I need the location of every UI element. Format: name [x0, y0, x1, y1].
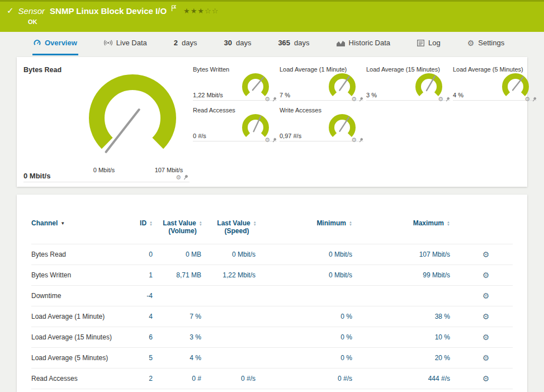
maximum-value: 10 %: [361, 327, 459, 348]
sort-icon: ▲▼: [349, 221, 352, 226]
pin-icon[interactable]: [532, 97, 537, 102]
gear-icon[interactable]: ⚙: [264, 137, 270, 143]
load-15min-gauge: [412, 70, 446, 98]
gauge-current-value: 0 Mbit/s: [23, 172, 50, 180]
col-header-maximum[interactable]: Maximum▲▼: [361, 214, 459, 244]
gauge-min-label: 0 Mbit/s: [86, 167, 122, 173]
last-value-volume: 58 #: [155, 389, 210, 392]
tab-label: Live Data: [116, 39, 147, 47]
last-value-speed: 0,97 #/s: [210, 389, 263, 392]
tab-number: 30: [224, 39, 231, 47]
tab-30-days[interactable]: 30 days: [223, 32, 252, 55]
channel-name: Downtime: [31, 286, 118, 306]
channel-id: 1: [118, 265, 155, 286]
table-row: Load Average (1 Minute) 4 7 % 0 % 38 % ⚙: [31, 306, 513, 327]
sort-icon: ▲▼: [149, 221, 153, 226]
channel-settings-icon[interactable]: ⚙: [482, 291, 490, 300]
channel-name: Write Accesses: [31, 389, 118, 392]
status-badge: OK: [28, 18, 37, 25]
tab-settings[interactable]: ⚙ Settings: [466, 32, 506, 55]
priority-stars[interactable]: ★★★☆☆: [183, 7, 219, 15]
channel-settings-icon[interactable]: ⚙: [482, 374, 490, 383]
pin-icon[interactable]: [272, 97, 277, 102]
live-data-icon: [104, 39, 112, 46]
pin-icon[interactable]: [359, 97, 363, 102]
load-1min-gauge: [325, 70, 359, 98]
sort-icon: ▲▼: [253, 221, 257, 226]
sensor-header: ✓ Sensor SNMP Linux Block Device I/O ★★★…: [0, 0, 544, 32]
col-header-channel[interactable]: Channel▼: [31, 214, 118, 244]
last-value-speed: 1,22 Mbit/s: [210, 265, 263, 286]
tab-number: 365: [278, 39, 290, 47]
tab-bar: Overview Live Data 2 days 30 days 365 da…: [0, 32, 544, 55]
channel-id: 5: [118, 348, 155, 369]
mini-gauge-write-accesses: Write Accesses 0,97 #/s ⚙: [280, 107, 363, 141]
channel-settings-icon[interactable]: ⚙: [482, 353, 490, 362]
channel-settings-icon[interactable]: ⚙: [482, 312, 490, 321]
last-value-speed: [210, 327, 263, 348]
minimum-value: 0 #/s: [263, 369, 361, 389]
col-header-minimum[interactable]: Minimum▲▼: [263, 214, 361, 244]
tab-label: Overview: [45, 39, 77, 47]
pin-icon[interactable]: [446, 97, 450, 102]
last-value-volume: 4 %: [155, 348, 210, 369]
gear-icon[interactable]: ⚙: [176, 174, 181, 181]
table-row: Downtime -4 ⚙: [31, 286, 513, 306]
mini-gauge-value: 3 %: [366, 92, 377, 98]
col-header-id[interactable]: ID▲▼: [118, 214, 155, 244]
tab-365-days[interactable]: 365 days: [277, 32, 310, 55]
channel-id: 6: [118, 327, 155, 348]
table-row: Write Accesses 3 58 # 0,97 #/s 0 #/s 285…: [31, 389, 513, 392]
tab-label: days: [294, 39, 309, 47]
gear-icon[interactable]: ⚙: [351, 137, 357, 143]
mini-gauge-value: 1,22 Mbit/s: [193, 92, 223, 98]
mini-gauge-load-5min: Load Average (5 Minutes) 4 % ⚙: [453, 66, 537, 101]
tab-number: 2: [174, 39, 178, 47]
stars-empty: ☆☆: [205, 7, 219, 15]
gear-icon[interactable]: ⚙: [438, 96, 443, 102]
status-check-icon: ✓: [7, 6, 14, 16]
channel-settings-icon[interactable]: ⚙: [482, 333, 490, 342]
mini-gauge-value: 0,97 #/s: [280, 133, 301, 139]
write-accesses-gauge: [325, 111, 359, 139]
minimum-value: 0 Mbit/s: [263, 244, 361, 265]
table-row: Bytes Written 1 8,71 MB 1,22 Mbit/s 0 Mb…: [31, 265, 513, 286]
channel-id: 3: [118, 389, 155, 392]
col-header-last-value-speed[interactable]: Last Value▲▼(Speed): [210, 214, 263, 244]
channel-name: Load Average (15 Minutes): [31, 327, 118, 348]
col-header-last-value-volume[interactable]: Last Value▲▼(Volume): [155, 214, 210, 244]
gear-icon[interactable]: ⚙: [524, 96, 530, 102]
tab-label: days: [236, 39, 251, 47]
bytes-read-gauge: [85, 70, 180, 160]
tab-log[interactable]: Log: [416, 32, 442, 55]
channel-settings-icon[interactable]: ⚙: [482, 271, 490, 280]
gear-icon[interactable]: ⚙: [264, 96, 270, 102]
settings-gear-icon: ⚙: [467, 39, 475, 48]
gauge-panel: Bytes Read 0 Mbit/s 107 Mbit/s 0 Mbit/s …: [17, 57, 527, 187]
priority-flag-icon[interactable]: [171, 4, 177, 14]
sort-direction-icon: ▼: [60, 221, 65, 226]
table-row: Load Average (5 Minutes) 5 4 % 0 % 20 % …: [31, 348, 513, 369]
gear-icon[interactable]: ⚙: [351, 96, 357, 102]
tab-label: Log: [428, 39, 441, 47]
tab-historic-data[interactable]: Historic Data: [335, 32, 391, 55]
tab-live-data[interactable]: Live Data: [103, 32, 148, 55]
channel-id: 0: [118, 244, 155, 265]
last-value-speed: 0 Mbit/s: [210, 244, 263, 265]
sort-icon: ▲▼: [199, 221, 202, 226]
maximum-value: 107 Mbit/s: [361, 244, 459, 265]
maximum-value: 20 %: [361, 348, 459, 369]
tab-overview[interactable]: Overview: [32, 32, 78, 55]
channel-name: Load Average (1 Minute): [31, 306, 118, 327]
load-5min-gauge: [499, 70, 532, 98]
tab-label: days: [182, 39, 197, 47]
channel-settings-icon[interactable]: ⚙: [482, 250, 490, 259]
tab-label: Settings: [478, 39, 504, 47]
pin-icon[interactable]: [272, 138, 277, 143]
pin-icon[interactable]: [183, 174, 188, 181]
tab-2-days[interactable]: 2 days: [173, 32, 198, 55]
last-value-speed: 0 #/s: [210, 369, 263, 389]
pin-icon[interactable]: [359, 138, 363, 143]
mini-gauge-value: 0 #/s: [193, 133, 206, 139]
bytes-written-gauge: [239, 70, 272, 98]
